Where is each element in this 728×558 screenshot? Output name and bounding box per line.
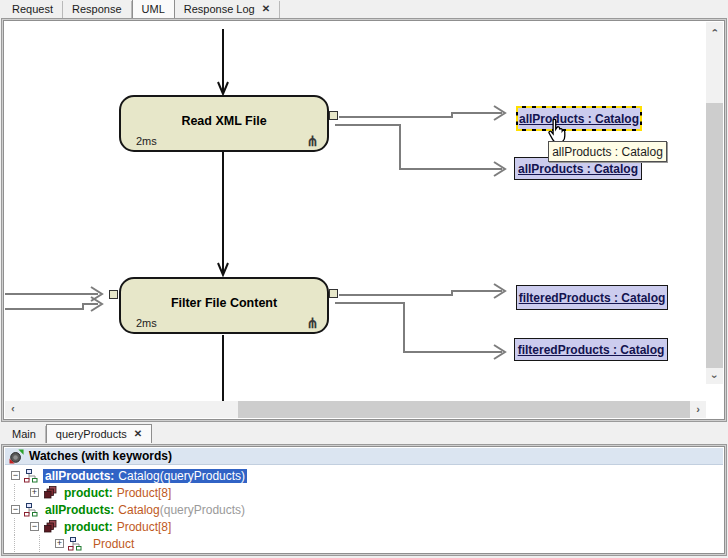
close-icon[interactable]: ✕ <box>262 4 270 14</box>
node-read-xml-file[interactable]: Read XML File 2ms ⋔ <box>119 95 329 152</box>
watch-name: product: <box>64 486 113 500</box>
tree-indent <box>39 535 55 552</box>
watch-name: allProducts: <box>45 469 114 483</box>
expander-plus-icon[interactable]: + <box>55 539 64 548</box>
scroll-right-button[interactable]: › <box>690 401 706 418</box>
top-tab-bar: Request Response UML Response Log ✕ <box>0 0 728 18</box>
object-label: allProducts : Catalog <box>518 162 638 176</box>
watches-header: Watches (with keywords) <box>5 448 723 465</box>
tab-response[interactable]: Response <box>63 1 132 18</box>
node-duration: 2ms <box>136 317 157 329</box>
vertical-scrollbar[interactable]: › › <box>706 22 723 384</box>
watch-type: Product[8] <box>117 486 172 500</box>
diagram-tab-bar: Main queryProducts ✕ <box>0 423 728 443</box>
chevron-left-icon: › <box>11 404 15 415</box>
chevron-right-icon: › <box>696 404 700 415</box>
chevron-up-icon: › <box>709 28 720 32</box>
watch-type: Product <box>93 537 134 551</box>
output-port <box>329 289 338 298</box>
scroll-down-button[interactable]: › <box>706 368 723 384</box>
scroll-up-button[interactable]: › <box>706 22 723 38</box>
tab-request-label: Request <box>12 3 53 15</box>
watch-row[interactable]: − allProducts:Catalog(queryProducts) <box>5 501 723 518</box>
tab-request[interactable]: Request <box>3 1 63 18</box>
object-filteredproducts-1[interactable]: filteredProducts : Catalog <box>516 285 668 310</box>
watch-row[interactable]: + Product <box>5 535 723 552</box>
tab-uml[interactable]: UML <box>132 0 175 18</box>
class-icon <box>24 469 39 483</box>
watch-row[interactable]: + product:Product[8] <box>5 484 723 501</box>
tooltip: allProducts : Catalog <box>548 141 667 162</box>
horizontal-scrollbar[interactable]: › › <box>5 401 706 418</box>
chevron-down-icon: › <box>709 374 720 378</box>
application-window: Request Response UML Response Log ✕ <box>0 0 728 558</box>
watch-type: Catalog <box>118 503 159 517</box>
class-icon <box>24 503 39 517</box>
object-stack-icon <box>43 486 58 500</box>
output-port <box>329 111 338 120</box>
object-label: filteredProducts : Catalog <box>518 343 665 357</box>
fork-icon: ⋔ <box>306 133 318 149</box>
watch-row-text: allProducts:Catalog(queryProducts) <box>43 503 247 517</box>
expander-minus-icon[interactable]: − <box>11 505 20 514</box>
object-label: filteredProducts : Catalog <box>519 291 666 305</box>
tab-response-log[interactable]: Response Log ✕ <box>175 1 280 18</box>
tab-queryproducts-label: queryProducts <box>56 428 127 440</box>
tab-queryproducts[interactable]: queryProducts ✕ <box>46 424 152 443</box>
watch-type: Product[8] <box>117 520 172 534</box>
node-filter-file-content[interactable]: Filter File Content 2ms ⋔ <box>119 277 329 334</box>
watch-row[interactable]: − allProducts:Catalog(queryProducts) <box>5 467 723 484</box>
diagram-canvas: Read XML File 2ms ⋔ Filter File Content … <box>5 22 706 403</box>
watch-row[interactable]: − product:Product[8] <box>5 518 723 535</box>
watch-suffix: (queryProducts) <box>160 503 245 517</box>
expander-plus-icon[interactable]: + <box>30 488 39 497</box>
horizontal-scrollbar-thumb[interactable] <box>238 401 690 418</box>
uml-diagram-panel: Read XML File 2ms ⋔ Filter File Content … <box>1 18 727 422</box>
close-icon[interactable]: ✕ <box>134 429 142 439</box>
watches-tree: − allProducts:Catalog(queryProducts) <box>5 465 723 552</box>
object-filteredproducts-2[interactable]: filteredProducts : Catalog <box>514 338 668 361</box>
node-title: Read XML File <box>121 114 327 128</box>
watches-title: Watches (with keywords) <box>29 449 172 463</box>
watch-name: allProducts: <box>45 503 114 517</box>
tab-response-label: Response <box>72 3 122 15</box>
class-icon <box>68 537 83 551</box>
tab-response-log-label: Response Log <box>184 3 255 15</box>
node-title: Filter File Content <box>121 296 327 310</box>
node-duration: 2ms <box>136 135 157 147</box>
watches-icon <box>9 449 24 464</box>
watch-type: Catalog(queryProducts) <box>118 469 245 483</box>
tree-indent <box>14 518 30 535</box>
input-port <box>109 290 118 299</box>
scroll-left-button[interactable]: › <box>5 401 21 418</box>
tree-indent <box>14 535 30 552</box>
object-allproducts-1[interactable]: allProducts : Catalog <box>516 106 642 131</box>
watch-row-text: Product <box>87 537 136 551</box>
object-label: allProducts : Catalog <box>519 112 639 126</box>
watches-inner: Watches (with keywords) − allProducts:C <box>5 448 723 552</box>
vertical-scrollbar-thumb[interactable] <box>706 103 723 368</box>
object-stack-icon <box>43 520 58 534</box>
watch-row-text: product:Product[8] <box>62 520 173 534</box>
expander-minus-icon[interactable]: − <box>11 471 20 480</box>
tab-uml-label: UML <box>142 3 165 15</box>
watches-panel: Watches (with keywords) − allProducts:C <box>1 444 727 556</box>
expander-minus-icon[interactable]: − <box>30 522 39 531</box>
tab-main[interactable]: Main <box>3 426 46 443</box>
tab-main-label: Main <box>12 428 36 440</box>
watch-row-text: allProducts:Catalog(queryProducts) <box>43 469 247 483</box>
watch-name: product: <box>64 520 113 534</box>
fork-icon: ⋔ <box>306 315 318 331</box>
tree-indent <box>14 484 30 501</box>
watch-row-text: product:Product[8] <box>62 486 173 500</box>
